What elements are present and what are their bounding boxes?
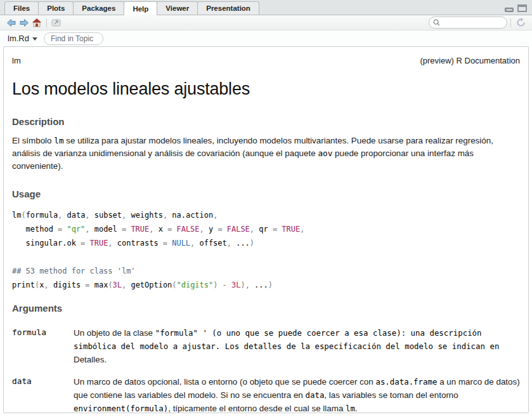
home-icon (32, 18, 42, 27)
code-line: ## S3 method for class 'lm' (12, 264, 520, 278)
doc-meta-row: lm (preview) R Documentation (12, 56, 520, 65)
help-search-input[interactable] (443, 19, 500, 27)
back-arrow-icon (6, 18, 16, 27)
doc-source-label: (preview) R Documentation (420, 56, 520, 65)
tab-plots[interactable]: Plots (38, 1, 74, 15)
minimize-pane-icon[interactable] (505, 3, 514, 15)
refresh-button[interactable] (514, 17, 527, 29)
tab-help-label: Help (133, 5, 148, 13)
chevron-down-icon (32, 37, 37, 41)
back-button[interactable] (5, 17, 18, 29)
argument-term: data (12, 375, 74, 413)
tab-viewer-label: Viewer (165, 4, 189, 12)
find-in-topic-input[interactable] (44, 32, 103, 45)
doc-topic-id: lm (12, 56, 21, 65)
forward-arrow-icon (19, 18, 29, 27)
topic-bar: lm.Rd (0, 30, 532, 46)
section-heading-arguments: Arguments (12, 303, 520, 314)
help-toolbar (0, 15, 532, 30)
topic-selector[interactable]: lm.Rd (8, 34, 37, 43)
description-paragraph: El símbolo lm se utiliza para ajustar mo… (12, 135, 520, 173)
refresh-icon (516, 18, 526, 27)
tab-packages[interactable]: Packages (73, 1, 124, 15)
page-title: Los modelos lineales ajustables (12, 79, 520, 99)
topic-selector-label: lm.Rd (8, 34, 29, 43)
argument-description: Un objeto de la clase "formula" ' (o uno… (74, 326, 520, 366)
arguments-table: formula Un objeto de la clase "formula" … (12, 326, 520, 413)
usage-code-block: lm(formula, data, subset, weights, na.ac… (12, 208, 520, 292)
tab-help[interactable]: Help (124, 1, 157, 15)
argument-term: formula (12, 326, 74, 366)
section-heading-usage: Usage (12, 189, 520, 199)
toolbar-separator (46, 18, 47, 27)
home-button[interactable] (30, 17, 43, 29)
open-in-new-window-icon (51, 18, 62, 27)
open-in-new-window-button[interactable] (50, 17, 63, 29)
argument-row-formula: formula Un objeto de la clase "formula" … (12, 326, 520, 366)
argument-description: Un marco de datos opcional, lista o ento… (74, 375, 520, 413)
pane-tab-bar: Files Plots Packages Help Viewer Present… (0, 0, 532, 15)
tab-plots-label: Plots (47, 4, 65, 12)
help-search-box[interactable] (429, 17, 507, 29)
tab-files-label: Files (13, 4, 30, 12)
tab-presentation[interactable]: Presentation (197, 1, 259, 15)
code-line: print(x, digits = max(3L, getOption("dig… (12, 278, 520, 292)
section-heading-description: Description (12, 116, 520, 127)
code-line: singular.ok = TRUE, contrasts = NULL, of… (12, 236, 520, 250)
argument-row-data: data Un marco de datos opcional, lista o… (12, 375, 520, 413)
tab-packages-label: Packages (82, 4, 115, 12)
code-line (12, 250, 520, 264)
forward-button[interactable] (18, 17, 30, 29)
help-content-panel: lm (preview) R Documentation Los modelos… (3, 46, 529, 413)
maximize-pane-icon[interactable] (517, 3, 527, 15)
code-line: lm(formula, data, subset, weights, na.ac… (12, 208, 520, 222)
pane-window-controls (505, 3, 527, 15)
tab-viewer[interactable]: Viewer (157, 1, 198, 15)
tab-presentation-label: Presentation (206, 4, 250, 12)
tab-files[interactable]: Files (4, 1, 39, 15)
search-icon (433, 19, 440, 26)
toolbar-separator (510, 18, 511, 27)
code-line: method = "qr", model = TRUE, x = FALSE, … (12, 222, 520, 236)
